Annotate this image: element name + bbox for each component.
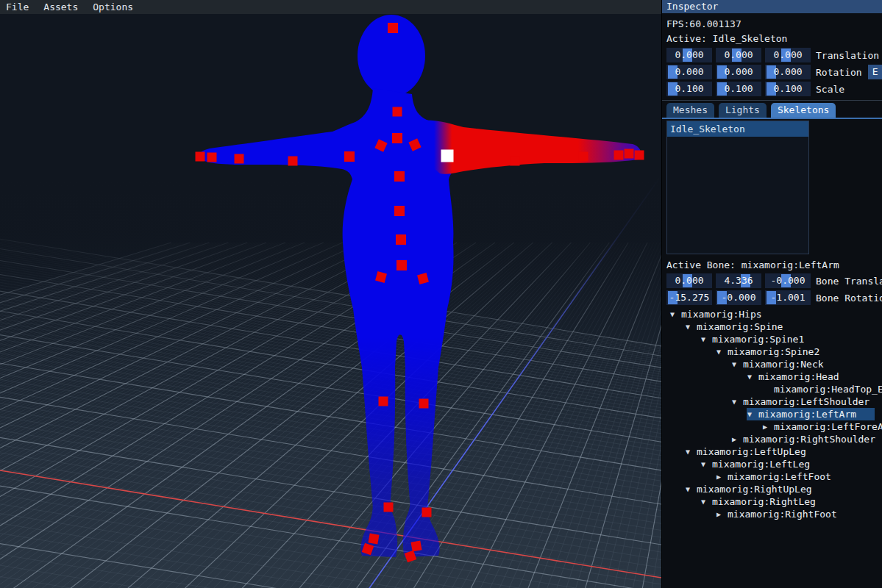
joint-marker-chest[interactable] (392, 133, 402, 143)
tree-node-spine[interactable]: ▼mixamorig:Spine (662, 320, 882, 333)
tree-expanded-icon[interactable]: ▼ (669, 308, 681, 320)
tree-collapsed-icon[interactable]: ▶ (716, 470, 728, 483)
tree-row-inner: ▼mixamorig:LeftUpLeg (685, 445, 875, 458)
scale-x-field[interactable]: 0.100 (666, 82, 712, 96)
joint-marker-head-top[interactable] (388, 23, 398, 33)
tree-node-rightleg[interactable]: ▼mixamorig:RightLeg (662, 495, 882, 508)
scale-z-field[interactable]: 0.100 (765, 82, 811, 96)
tree-row-inner: ▶mixamorig:LeftForeArm (762, 420, 882, 433)
tree-node-rightfoot[interactable]: ▶mixamorig:RightFoot (662, 508, 882, 520)
joint-marker-wrist-right[interactable] (579, 152, 588, 162)
tree-collapsed-icon[interactable]: ▶ (762, 420, 774, 433)
joint-marker-knee-right[interactable] (419, 399, 429, 409)
rotation-row: 0.000 0.000 0.000 Rotation E (666, 65, 882, 79)
joint-marker-knee-left[interactable] (379, 397, 388, 406)
joint-marker-hand-left-1[interactable] (207, 153, 217, 162)
translation-z-field[interactable]: 0.000 (765, 48, 811, 62)
joint-marker-elbow-right[interactable] (511, 157, 520, 166)
tree-node-rightupleg[interactable]: ▼mixamorig:RightUpLeg (662, 483, 882, 495)
tree-expanded-icon[interactable]: ▼ (685, 483, 697, 495)
tree-expanded-icon[interactable]: ▼ (747, 370, 758, 383)
joint-marker-ankle-right[interactable] (422, 508, 432, 517)
joint-marker-hips[interactable] (396, 260, 407, 270)
bone-translation-x-field[interactable]: 0.000 (666, 273, 712, 288)
joint-marker-hand-right-1[interactable] (614, 151, 624, 160)
viewport-3d[interactable] (0, 0, 661, 588)
scale-y-field[interactable]: 0.100 (716, 82, 761, 96)
tree-expanded-icon[interactable]: ▼ (700, 458, 712, 470)
joint-marker-ankle-left[interactable] (384, 503, 394, 512)
list-item-idle-skeleton[interactable]: Idle_Skeleton (667, 121, 808, 137)
tree-node-leftforearm[interactable]: ▶mixamorig:LeftForeArm (662, 420, 882, 433)
joint-marker-elbow-left[interactable] (288, 157, 298, 166)
tab-skeletons[interactable]: Skeletons (771, 103, 836, 118)
bone-rotation-y-field[interactable]: -0.000 (716, 290, 761, 305)
joint-marker-hand-right-2[interactable] (625, 149, 634, 159)
joint-marker-foot-left[interactable] (368, 533, 379, 544)
tree-row-inner: ▶mixamorig:RightFoot (716, 508, 875, 520)
tree-node-leftarm[interactable]: ▼mixamorig:LeftArm (662, 408, 882, 420)
scale-row: 0.100 0.100 0.100 Scale (666, 82, 882, 96)
tree-node-hips[interactable]: ▼mixamorig:Hips (662, 308, 882, 320)
tree-expanded-icon[interactable]: ▼ (700, 333, 712, 345)
tree-collapsed-icon[interactable]: ▶ (716, 508, 728, 520)
tree-expanded-icon[interactable]: ▼ (747, 408, 758, 420)
joint-marker-hand-left-2[interactable] (196, 152, 205, 162)
translation-x-value: 0.000 (666, 48, 712, 62)
tree-collapsed-icon[interactable]: ▶ (731, 433, 743, 445)
translation-y-field[interactable]: 0.000 (716, 48, 761, 62)
tree-expanded-icon[interactable]: ▼ (685, 320, 697, 333)
joint-marker-spine2[interactable] (394, 171, 405, 182)
rotation-z-field[interactable]: 0.000 (765, 65, 811, 79)
tree-node-leftupleg[interactable]: ▼mixamorig:LeftUpLeg (662, 445, 882, 458)
menu-assets[interactable]: Assets (43, 1, 78, 12)
tree-node-spine2[interactable]: ▼mixamorig:Spine2 (662, 345, 882, 358)
tree-row-inner: ▼mixamorig:RightUpLeg (685, 483, 875, 495)
joint-marker-shoulder-left[interactable] (344, 151, 355, 162)
inspector-title: Inspector (662, 0, 882, 13)
bone-rotation-z-field[interactable]: -1.001 (765, 290, 811, 305)
tree-node-leftfoot[interactable]: ▶mixamorig:LeftFoot (662, 470, 882, 483)
character-mesh[interactable] (199, 15, 641, 557)
translation-row: 0.000 0.000 0.000 Translation (666, 48, 882, 62)
joint-marker-hand-right-3[interactable] (635, 151, 644, 160)
menu-options[interactable]: Options (93, 1, 133, 12)
translation-x-field[interactable]: 0.000 (666, 48, 712, 62)
joint-marker-wrist-left[interactable] (235, 154, 244, 164)
tree-node-label: mixamorig:Neck (743, 358, 824, 370)
joint-marker-neck[interactable] (393, 107, 402, 117)
tree-node-head[interactable]: ▼mixamorig:Head (662, 370, 882, 383)
joint-marker-foot-right[interactable] (410, 540, 422, 551)
tree-node-leftshoulder[interactable]: ▼mixamorig:LeftShoulder (662, 395, 882, 408)
tree-node-rightshoulder[interactable]: ▶mixamorig:RightShoulder (662, 433, 882, 445)
tree-node-label: mixamorig:HeadTop_End (774, 383, 882, 395)
bone-translation-z-field[interactable]: -0.000 (765, 273, 811, 288)
rotation-y-field[interactable]: 0.000 (716, 65, 761, 79)
tree-expanded-icon[interactable]: ▼ (731, 395, 743, 408)
tree-node-label: mixamorig:LeftArm (758, 408, 856, 420)
bone-translation-y-field[interactable]: 4.336 (716, 273, 761, 288)
tree-node-spine1[interactable]: ▼mixamorig:Spine1 (662, 333, 882, 345)
menu-file[interactable]: File (6, 1, 29, 12)
tree-expanded-icon[interactable]: ▼ (685, 445, 697, 458)
bone-hierarchy-tree: ▼mixamorig:Hips▼mixamorig:Spine▼mixamori… (662, 308, 882, 520)
fps-readout: FPS:60.001137 (666, 18, 882, 31)
tree-expanded-icon[interactable]: ▼ (716, 345, 728, 358)
tree-node-leftleg[interactable]: ▼mixamorig:LeftLeg (662, 458, 882, 470)
tree-node-headtop_end[interactable]: mixamorig:HeadTop_End (662, 383, 882, 395)
joint-marker-spine[interactable] (396, 234, 406, 245)
tab-lights[interactable]: Lights (719, 103, 767, 118)
joint-marker-spine1[interactable] (394, 206, 405, 216)
bone-rotation-x-field[interactable]: -15.275 (666, 290, 712, 305)
rotation-x-field[interactable]: 0.000 (666, 65, 712, 79)
joint-marker-active-joint-leftarm[interactable] (441, 150, 454, 162)
inspector-panel: Inspector FPS:60.001137 Active: Idle_Ske… (661, 0, 882, 588)
tree-row-inner: mixamorig:HeadTop_End (762, 383, 882, 395)
tree-expanded-icon[interactable]: ▼ (700, 495, 712, 508)
tab-meshes[interactable]: Meshes (666, 103, 714, 118)
euler-mode-button[interactable]: E (868, 65, 882, 79)
tree-expanded-icon[interactable]: ▼ (731, 358, 743, 370)
tree-node-label: mixamorig:Hips (681, 308, 762, 320)
translation-label: Translation (816, 50, 879, 61)
tree-node-neck[interactable]: ▼mixamorig:Neck (662, 358, 882, 370)
